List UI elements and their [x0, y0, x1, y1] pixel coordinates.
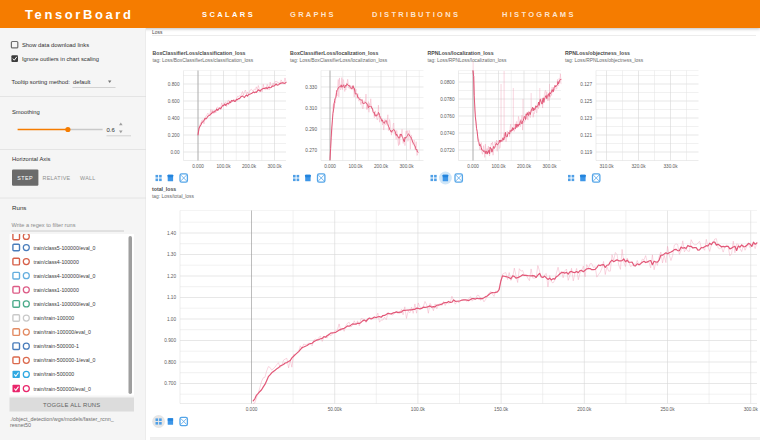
svg-text:train/class1-100000/eval_0: train/class1-100000/eval_0 — [34, 301, 96, 307]
svg-text:100.0k: 100.0k — [411, 407, 426, 412]
svg-text:0.000: 0.000 — [246, 407, 258, 412]
svg-text:300.0k: 300.0k — [399, 164, 414, 169]
svg-text:100.0k: 100.0k — [216, 164, 231, 169]
svg-text:320.0k: 320.0k — [631, 164, 646, 169]
svg-text:train/train-500000/eval_0: train/train-500000/eval_0 — [34, 386, 92, 392]
svg-text:0.800: 0.800 — [164, 360, 176, 365]
svg-text:train/class1-100000: train/class1-100000 — [34, 287, 79, 293]
svg-text:100.0k: 100.0k — [348, 164, 363, 169]
svg-text:0.119: 0.119 — [581, 150, 593, 155]
svg-text:250.0k: 250.0k — [660, 407, 675, 412]
svg-text:150.0k: 150.0k — [494, 407, 509, 412]
svg-text:1.40: 1.40 — [167, 231, 177, 236]
svg-text:50.00k: 50.00k — [328, 407, 343, 412]
svg-text:0.000: 0.000 — [324, 164, 336, 169]
svg-text:200.0k: 200.0k — [374, 164, 389, 169]
svg-text:1.00: 1.00 — [167, 317, 177, 322]
svg-text:0.700: 0.700 — [164, 381, 176, 386]
svg-text:0.800: 0.800 — [168, 82, 180, 87]
svg-text:200.0k: 200.0k — [242, 164, 257, 169]
svg-text:STEP: STEP — [17, 175, 33, 181]
svg-text:100.0k: 100.0k — [491, 164, 506, 169]
svg-text:0.310: 0.310 — [305, 106, 317, 111]
svg-text:300.0k: 300.0k — [267, 164, 282, 169]
svg-text:1.20: 1.20 — [167, 274, 177, 279]
svg-text:1.10: 1.10 — [167, 295, 177, 300]
svg-text:0.330: 0.330 — [305, 85, 317, 90]
svg-text:0.900: 0.900 — [164, 338, 176, 343]
svg-text:330.0k: 330.0k — [663, 164, 678, 169]
svg-text:train/train-100000: train/train-100000 — [34, 315, 75, 321]
svg-text:0.200: 0.200 — [168, 133, 180, 138]
svg-text:train/class4-100000/eval_0: train/class4-100000/eval_0 — [34, 273, 96, 279]
svg-text:300.0k: 300.0k — [744, 407, 759, 412]
svg-text:0.600: 0.600 — [168, 99, 180, 104]
svg-text:0.0720: 0.0720 — [440, 148, 455, 153]
svg-text:0.0800: 0.0800 — [440, 80, 455, 85]
svg-text:train/class4-100000: train/class4-100000 — [34, 259, 79, 265]
svg-text:train/train-500000: train/train-500000 — [34, 371, 75, 377]
svg-text:0.0760: 0.0760 — [440, 114, 455, 119]
svg-text:train/train-500000-1/eval_0: train/train-500000-1/eval_0 — [34, 357, 96, 363]
svg-text:0.121: 0.121 — [580, 133, 592, 138]
svg-text:0.290: 0.290 — [305, 127, 317, 132]
svg-text:0.0740: 0.0740 — [440, 131, 455, 136]
svg-text:200.0k: 200.0k — [577, 407, 592, 412]
svg-text:RELATIVE: RELATIVE — [42, 175, 70, 181]
svg-text:200.0k: 200.0k — [517, 164, 532, 169]
svg-text:0.0780: 0.0780 — [440, 97, 455, 102]
svg-text:0.125: 0.125 — [580, 99, 592, 104]
svg-text:0.000: 0.000 — [192, 164, 204, 169]
svg-text:310.0k: 310.0k — [599, 164, 614, 169]
svg-text:train/train-500000-1: train/train-500000-1 — [34, 343, 79, 349]
svg-text:train/class5-100000/eval_0: train/class5-100000/eval_0 — [34, 245, 96, 251]
svg-text:0.123: 0.123 — [580, 116, 592, 121]
svg-text:0.270: 0.270 — [305, 148, 317, 153]
svg-text:1.30: 1.30 — [167, 252, 177, 257]
svg-text:train/train-100000/eval_0: train/train-100000/eval_0 — [34, 329, 92, 335]
svg-text:300.0k: 300.0k — [542, 164, 557, 169]
svg-text:0.400: 0.400 — [168, 116, 180, 121]
svg-text:0.00: 0.00 — [170, 150, 180, 155]
svg-text:0.127: 0.127 — [580, 82, 592, 87]
svg-text:0.000: 0.000 — [467, 164, 479, 169]
svg-text:WALL: WALL — [80, 175, 96, 181]
